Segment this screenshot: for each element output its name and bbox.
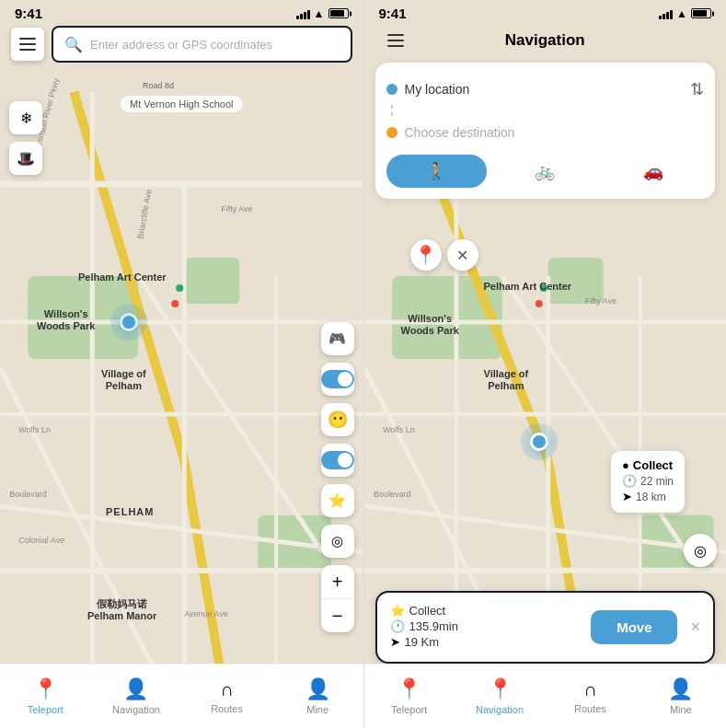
search-icon: 🔍 bbox=[64, 36, 83, 53]
navigation-panel: My location ⇅ Choose destination 🚶 🚲 🚗 bbox=[375, 63, 716, 199]
star-group: ⭐ bbox=[321, 484, 354, 517]
map-label-pelham-manor: 假勒妈马诺Pelham Manor bbox=[87, 598, 156, 622]
nav-mine-label: Mine bbox=[306, 704, 328, 715]
wifi-icon-right: ▲ bbox=[676, 7, 687, 20]
route-line bbox=[391, 105, 393, 120]
collect-distance: 18 km bbox=[636, 491, 666, 503]
nav-teleport-right[interactable]: 📍 Teleport bbox=[364, 664, 455, 728]
svg-point-42 bbox=[535, 300, 542, 307]
svg-text:Boulevard: Boulevard bbox=[9, 490, 47, 499]
routes-icon-right: ∩ bbox=[583, 679, 596, 700]
nav-routes-label: Routes bbox=[211, 703, 243, 714]
wifi-icon: ▲ bbox=[314, 7, 325, 20]
close-button[interactable]: × bbox=[690, 618, 700, 637]
target-group: ◎ bbox=[321, 525, 354, 558]
status-time: 9:41 bbox=[15, 6, 42, 21]
toggle1-group bbox=[321, 363, 354, 396]
svg-text:Boulevard: Boulevard bbox=[373, 490, 409, 499]
svg-point-22 bbox=[171, 300, 179, 307]
right-screen: Fifty Ave Wolfs Ln Boulevard Avenue Ave … bbox=[363, 0, 727, 728]
target-button-right[interactable]: ◎ bbox=[684, 534, 717, 567]
zoom-in-button[interactable]: + bbox=[321, 565, 354, 598]
nav-navigation[interactable]: 👤 Navigation bbox=[91, 664, 182, 728]
map-label-village-pelham: Village ofPelham bbox=[101, 368, 146, 392]
swap-button[interactable]: ⇅ bbox=[690, 79, 704, 99]
collect-info-card: ● Collect 🕐 22 min ➤ 18 km bbox=[611, 451, 685, 513]
walk-button[interactable]: 🚶 bbox=[386, 155, 488, 188]
destination-input[interactable]: Choose destination bbox=[405, 125, 515, 140]
gamepad-group: 🎮 bbox=[321, 322, 354, 355]
zoom-out-button[interactable]: − bbox=[321, 599, 354, 632]
destination-dot bbox=[386, 127, 398, 138]
bottom-nav-right: 📍 Teleport 📍 Navigation ∩ Routes 👤 Mine bbox=[364, 664, 727, 728]
nav-mine-right[interactable]: 👤 Mine bbox=[636, 664, 726, 728]
zoom-group: + − bbox=[321, 565, 354, 632]
time-icon: 🕐 bbox=[390, 619, 405, 633]
my-location-dot bbox=[386, 84, 398, 95]
nav-navigation-label-right: Navigation bbox=[476, 704, 524, 715]
search-input-box[interactable]: 🔍 Enter address or GPS coordinates bbox=[52, 26, 352, 63]
target-button[interactable]: ◎ bbox=[321, 525, 354, 558]
svg-text:Fifty Ave: Fifty Ave bbox=[584, 296, 616, 306]
map-pin-button[interactable]: 📍 bbox=[410, 239, 442, 271]
svg-text:Colonial Ave: Colonial Ave bbox=[18, 536, 64, 545]
search-input[interactable]: Enter address or GPS coordinates bbox=[90, 38, 272, 52]
map-pin-container: 📍 ✕ bbox=[410, 239, 478, 271]
left-side-buttons: ❄ 🎩 bbox=[9, 101, 42, 175]
destination-row: Choose destination bbox=[386, 120, 705, 145]
car-button[interactable]: 🚗 bbox=[603, 155, 704, 188]
status-icons-right: ▲ bbox=[659, 7, 711, 20]
battery-icon-right bbox=[691, 8, 711, 18]
my-location-text: My location bbox=[405, 82, 684, 97]
nav-navigation-right[interactable]: 📍 Navigation bbox=[455, 664, 545, 728]
bike-icon: 🚲 bbox=[535, 161, 555, 181]
teleport-icon-right: 📍 bbox=[397, 677, 421, 701]
bottom-info-left: ⭐ Collect 🕐 135.9min ➤ 19 Km bbox=[390, 604, 582, 651]
map-label-willsons-r: Willson'sWoods Park bbox=[401, 313, 459, 337]
distance-value: 19 Km bbox=[405, 635, 440, 649]
toggle2-button[interactable] bbox=[321, 451, 354, 469]
nav-mine[interactable]: 👤 Mine bbox=[272, 664, 363, 728]
distance-row: ➤ 19 Km bbox=[390, 635, 582, 649]
nav-routes[interactable]: ∩ Routes bbox=[181, 664, 272, 728]
nav-teleport-label: Teleport bbox=[28, 704, 63, 715]
map-pin-close-button[interactable]: ✕ bbox=[447, 239, 478, 271]
my-location-row: My location ⇅ bbox=[386, 74, 705, 105]
svg-text:Fifty Ave: Fifty Ave bbox=[221, 204, 252, 214]
time-row: 🕐 135.9min bbox=[390, 619, 582, 633]
svg-point-23 bbox=[176, 284, 183, 292]
move-button[interactable]: Move bbox=[591, 610, 677, 644]
svg-text:Wolfs Ln: Wolfs Ln bbox=[18, 425, 51, 434]
collect-title: Collect bbox=[633, 458, 673, 472]
collect-title-icon: ● bbox=[622, 458, 629, 472]
star-button[interactable]: ⭐ bbox=[321, 484, 354, 517]
star-icon: ⭐ bbox=[390, 604, 405, 618]
nav-navigation-label: Navigation bbox=[112, 704, 160, 715]
nav-teleport-label-right: Teleport bbox=[391, 704, 427, 715]
svg-text:Wolfs Ln: Wolfs Ln bbox=[382, 425, 414, 434]
navigation-header: Navigation bbox=[364, 26, 727, 55]
svg-text:Briarcliffe Ave: Briarcliffe Ave bbox=[135, 189, 153, 240]
nav-menu-button[interactable] bbox=[379, 24, 412, 57]
hat-button[interactable]: 🎩 bbox=[9, 142, 42, 175]
nav-routes-right[interactable]: ∩ Routes bbox=[545, 664, 635, 728]
menu-button[interactable] bbox=[11, 28, 44, 61]
walk-icon: 🚶 bbox=[426, 161, 446, 181]
collect-name-row: ⭐ Collect bbox=[390, 604, 582, 618]
bike-button[interactable]: 🚲 bbox=[494, 155, 595, 188]
toggle1-button[interactable] bbox=[321, 370, 354, 388]
nav-mine-label-right: Mine bbox=[670, 704, 692, 715]
map-label-willsons: Willson'sWoods Park bbox=[37, 308, 95, 332]
gamepad-button[interactable]: 🎮 bbox=[321, 322, 354, 355]
location-chip: Mt Vernon High School bbox=[121, 96, 243, 112]
bottom-nav: 📍 Teleport 👤 Navigation ∩ Routes 👤 Mine bbox=[0, 664, 363, 728]
status-time-right: 9:41 bbox=[379, 6, 407, 21]
mine-icon: 👤 bbox=[305, 677, 330, 701]
teleport-icon: 📍 bbox=[33, 677, 58, 701]
nav-teleport[interactable]: 📍 Teleport bbox=[0, 664, 91, 728]
navigation-icon-right: 📍 bbox=[488, 677, 513, 701]
bottom-collect-label: Collect bbox=[409, 604, 446, 618]
nav-routes-label-right: Routes bbox=[574, 703, 606, 714]
face-button[interactable]: 😶 bbox=[321, 403, 354, 436]
snowflake-button[interactable]: ❄ bbox=[9, 101, 42, 134]
